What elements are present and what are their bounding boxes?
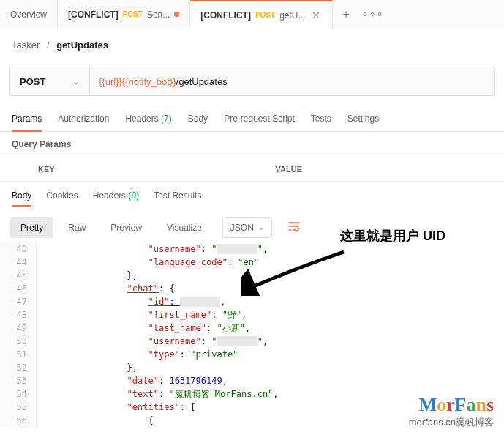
line-number: 56: [0, 414, 37, 427]
line-number: 51: [0, 348, 37, 361]
breadcrumb-root[interactable]: Tasker: [12, 40, 40, 51]
kv-checkbox-col: [0, 157, 29, 181]
code-line: "chat": {: [37, 282, 175, 295]
tab-tests[interactable]: Tests: [311, 109, 331, 131]
line-number: 43: [0, 242, 37, 256]
kv-key-header: KEY: [29, 157, 267, 181]
resp-tab-body[interactable]: Body: [12, 190, 31, 207]
line-number: 45: [0, 269, 37, 282]
url-bar: POST ⌄ {{url}}{{notify_bot}}/getUpdates: [9, 67, 495, 96]
more-icon[interactable]: ∘∘∘: [361, 7, 383, 21]
tab-name: Sen...: [147, 10, 170, 20]
method-badge: POST: [123, 10, 143, 18]
line-number: 52: [0, 361, 37, 374]
tab-headers[interactable]: Headers (7): [125, 109, 171, 131]
code-line: {: [37, 414, 154, 427]
code-line: "id": .,: [37, 295, 225, 308]
line-number: 48: [0, 308, 37, 321]
code-line: "last_name": "小新",: [37, 321, 250, 335]
url-variable: {{url}}{{notify_bot}}: [99, 76, 176, 87]
new-tab-icon[interactable]: +: [343, 8, 350, 21]
tab-actions: + ∘∘∘: [333, 7, 394, 21]
tab-label: Overview: [10, 10, 47, 20]
tab-overview[interactable]: Overview: [0, 0, 58, 29]
tab-params[interactable]: Params: [12, 109, 42, 131]
code-line: },: [37, 269, 138, 282]
line-number: 54: [0, 387, 37, 401]
annotation-label: 这里就是用户 UID: [340, 227, 445, 245]
line-number: 49: [0, 321, 37, 335]
code-line: "text": "魔帆博客 MorFans.cn",: [37, 387, 279, 401]
line-number: 50: [0, 335, 37, 348]
code-line: "username": ".",: [37, 242, 268, 256]
url-path: /getUpdates: [176, 76, 227, 87]
tab-body[interactable]: Body: [188, 109, 208, 131]
code-line: "language_code": "en": [37, 256, 259, 269]
url-input[interactable]: {{url}}{{notify_bot}}/getUpdates: [90, 76, 494, 87]
line-number: 55: [0, 401, 37, 414]
unsaved-dot-icon: [174, 12, 179, 17]
resp-tab-cookies[interactable]: Cookies: [46, 190, 78, 207]
code-line: "entities": [: [37, 401, 196, 414]
resp-tab-tests[interactable]: Test Results: [154, 190, 201, 207]
conflict-badge: [CONFLICT]: [200, 10, 251, 21]
line-number: 53: [0, 374, 37, 387]
chevron-down-icon: ⌄: [73, 78, 79, 86]
view-pretty[interactable]: Pretty: [10, 218, 53, 238]
close-icon[interactable]: ✕: [310, 10, 322, 21]
breadcrumb-name: getUpdates: [56, 40, 108, 51]
tab-name: getU...: [279, 10, 305, 21]
breadcrumb-sep: /: [47, 40, 50, 51]
code-line: "first_name": "野",: [37, 308, 247, 321]
resp-headers-count: (9): [128, 190, 139, 201]
headers-count: (7): [161, 114, 172, 124]
line-number: 44: [0, 256, 37, 269]
format-value: JSON: [230, 223, 254, 233]
method-badge: POST: [255, 11, 275, 19]
response-body[interactable]: 43 "username": ".", 44 "language_code": …: [0, 242, 504, 427]
code-line: "username": ".",: [37, 335, 268, 348]
resp-tab-headers[interactable]: Headers (9): [93, 190, 139, 207]
conflict-badge: [CONFLICT]: [68, 10, 119, 20]
query-params-label: Query Params: [0, 132, 504, 157]
tab-bar: Overview [CONFLICT] POST Sen... [CONFLIC…: [0, 0, 504, 29]
wrap-lines-icon[interactable]: [282, 217, 306, 238]
line-number: 46: [0, 282, 37, 295]
tab-request-2[interactable]: [CONFLICT] POST getU... ✕: [190, 0, 332, 29]
kv-value-header: VALUE: [267, 157, 505, 181]
code-line: "type": "private": [37, 348, 238, 361]
code-line: },: [37, 361, 138, 374]
code-line: "date": 1631796149,: [37, 374, 227, 387]
request-tabs: Params Authorization Headers (7) Body Pr…: [0, 102, 504, 132]
view-preview[interactable]: Preview: [100, 218, 152, 238]
view-visualize[interactable]: Visualize: [157, 218, 212, 238]
line-number: 47: [0, 295, 37, 308]
tab-prerequest[interactable]: Pre-request Script: [224, 109, 295, 131]
response-tabs: Body Cookies Headers (9) Test Results: [0, 182, 504, 212]
format-select[interactable]: JSON ⌄: [222, 218, 272, 238]
chevron-down-icon: ⌄: [258, 223, 264, 231]
breadcrumb: Tasker / getUpdates: [0, 29, 504, 61]
view-raw[interactable]: Raw: [58, 218, 96, 238]
tab-request-1[interactable]: [CONFLICT] POST Sen...: [58, 0, 190, 29]
method-select[interactable]: POST ⌄: [10, 67, 90, 95]
tab-authorization[interactable]: Authorization: [58, 109, 109, 131]
kv-header: KEY VALUE: [0, 157, 504, 182]
method-value: POST: [20, 76, 45, 87]
tab-settings[interactable]: Settings: [347, 109, 379, 131]
